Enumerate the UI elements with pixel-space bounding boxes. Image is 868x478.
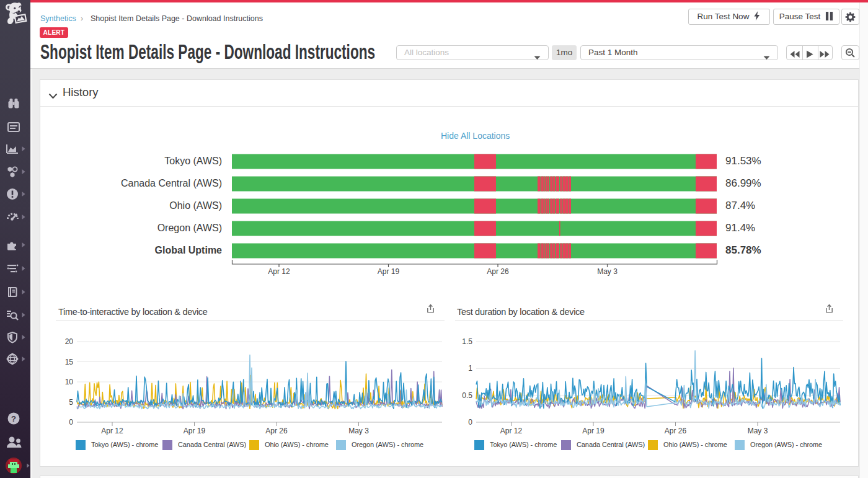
svg-text:?: ? <box>11 414 16 423</box>
